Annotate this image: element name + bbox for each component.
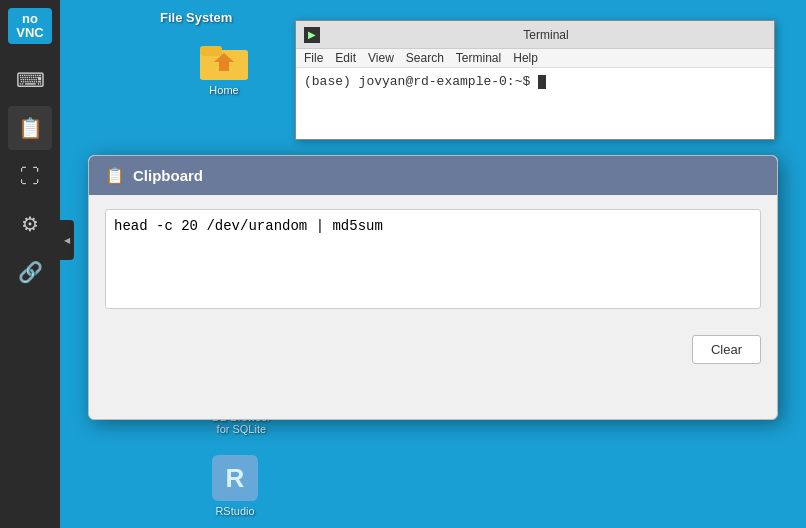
clipboard-sidebar-icon[interactable]: 📋: [8, 106, 52, 150]
terminal-menu-file[interactable]: File: [304, 51, 323, 65]
novnc-logo: noVNC: [8, 8, 52, 44]
terminal-menu-search[interactable]: Search: [406, 51, 444, 65]
clipboard-dialog: 📋 Clipboard head -c 20 /dev/urandom | md…: [88, 155, 778, 420]
terminal-cursor: [538, 75, 546, 89]
fullscreen-icon[interactable]: ⛶: [8, 154, 52, 198]
clear-button[interactable]: Clear: [692, 335, 761, 364]
svg-text:R: R: [226, 463, 245, 493]
clipboard-header: 📋 Clipboard: [89, 156, 777, 195]
clipboard-textarea[interactable]: head -c 20 /dev/urandom | md5sum: [105, 209, 761, 309]
keyboard-icon[interactable]: ⌨: [8, 58, 52, 102]
terminal-menu-terminal[interactable]: Terminal: [456, 51, 501, 65]
terminal-prompt: (base) jovyan@rd-example-0:~$: [304, 74, 530, 89]
filesystem-label: File System: [160, 10, 232, 25]
rstudio-icon-svg: R: [212, 455, 258, 501]
sidebar: noVNC ⌨ 📋 ⛶ ⚙ 🔗: [0, 0, 60, 528]
terminal-menu-help[interactable]: Help: [513, 51, 538, 65]
clipboard-header-label: Clipboard: [133, 167, 203, 184]
terminal-menu-view[interactable]: View: [368, 51, 394, 65]
clipboard-footer: Clear: [89, 327, 777, 372]
home-folder-svg: [200, 40, 248, 80]
connection-icon[interactable]: 🔗: [8, 250, 52, 294]
rstudio-desktop-icon[interactable]: R RStudio: [212, 455, 258, 517]
terminal-menu-edit[interactable]: Edit: [335, 51, 356, 65]
home-icon-label: Home: [209, 84, 238, 96]
svg-rect-3: [219, 62, 229, 71]
terminal-window: ▶ Terminal File Edit View Search Termina…: [295, 20, 775, 140]
novnc-logo-text: noVNC: [16, 12, 43, 41]
terminal-content: (base) jovyan@rd-example-0:~$: [296, 68, 774, 95]
terminal-title: Terminal: [326, 28, 766, 42]
terminal-titlebar: ▶ Terminal: [296, 21, 774, 49]
clipboard-header-icon: 📋: [105, 166, 125, 185]
settings-icon[interactable]: ⚙: [8, 202, 52, 246]
sidebar-collapse-tab[interactable]: [60, 220, 74, 260]
terminal-menubar: File Edit View Search Terminal Help: [296, 49, 774, 68]
home-desktop-icon[interactable]: Home: [200, 40, 248, 96]
clipboard-body: head -c 20 /dev/urandom | md5sum: [89, 195, 777, 327]
svg-rect-1: [200, 46, 222, 56]
rstudio-label: RStudio: [215, 505, 254, 517]
terminal-icon: ▶: [304, 27, 320, 43]
